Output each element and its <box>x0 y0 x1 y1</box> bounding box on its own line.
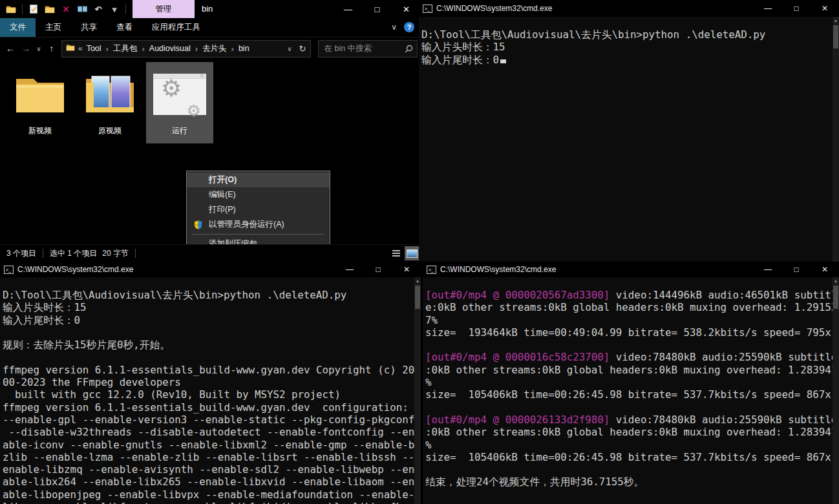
file-item-原视频[interactable]: 原视频 <box>76 62 143 143</box>
back-icon[interactable]: ← <box>3 43 17 54</box>
terminal-text: able-iconv --enable-gnutls --enable-libx… <box>3 439 414 451</box>
thumbnail-view-icon[interactable] <box>405 246 419 260</box>
breadcrumb-item[interactable]: 去片头 <box>202 43 227 54</box>
terminal-line: :0kB other streams:0kB global headers:0k… <box>425 364 839 376</box>
terminal-line: :0kB other streams:0kB global headers:0k… <box>425 426 839 438</box>
search-icon[interactable] <box>405 44 413 56</box>
terminal-line <box>425 401 839 414</box>
cmd-title: C:\WINDOWS\system32\cmd.exe <box>440 265 556 274</box>
scrollbar-thumb[interactable] <box>415 286 420 309</box>
terminal-text: able-libopenjpeg --enable-libvpx --enabl… <box>3 488 414 501</box>
menu-item-label: 编辑(E) <box>209 189 236 200</box>
cmd-window-top-right: >_ C:\WINDOWS\system32\cmd.exe —□✕ D:\To… <box>419 0 839 262</box>
help-icon[interactable]: ? <box>404 22 414 32</box>
maximize-button[interactable]: □ <box>782 0 811 17</box>
cmd-title: C:\WINDOWS\system32\cmd.exe <box>17 265 133 274</box>
terminal-line: --disable-w32threads --disable-autodetec… <box>3 426 421 438</box>
recent-locations-icon[interactable]: ∨ <box>34 45 43 52</box>
search-box[interactable] <box>318 40 418 58</box>
address-bar: ← → ∨ ↑ « Tool›工具包›Audiovisual›去片头›bin ∨… <box>0 37 421 59</box>
terminal-line: --enable-gpl --enable-version3 --enable-… <box>3 414 421 426</box>
minimize-button[interactable]: — <box>334 0 363 18</box>
terminal-text: size= 105406kB time=00:26:45.98 bitrate=… <box>425 451 831 463</box>
terminal-output[interactable]: D:\Tool\工具包\Audiovisual\去片头\bin>python .… <box>419 17 839 66</box>
scroll-up-icon[interactable]: ▲ <box>414 277 421 284</box>
selection-count: 选中 1 个项目 <box>50 248 97 259</box>
terminal-output[interactable]: D:\Tool\工具包\Audiovisual\去片头\bin>python .… <box>0 277 421 504</box>
terminal-line: 7% <box>425 314 839 326</box>
app-window-icon: ⠿⚙⚙ <box>153 74 206 115</box>
ribbon-tab-主页[interactable]: 主页 <box>36 18 71 37</box>
ribbon-tab-文件[interactable]: 文件 <box>0 18 36 37</box>
breadcrumb-item[interactable]: Tool <box>87 44 101 53</box>
breadcrumb-item[interactable]: 工具包 <box>113 43 138 54</box>
breadcrumb-item[interactable]: bin <box>239 44 250 53</box>
maximize-button[interactable]: □ <box>363 0 392 18</box>
refresh-icon[interactable]: ↻ <box>299 44 306 54</box>
terminal-text: % <box>425 376 432 388</box>
terminal-output[interactable]: [out#0/mp4 @ 0000020567ad3300] video:144… <box>423 277 839 488</box>
terminal-line: ffmpeg version 6.1.1-essentials_build-ww… <box>3 364 421 376</box>
terminal-line: able-libx264 --enable-libx265 --enable-l… <box>3 476 421 488</box>
scroll-up-icon[interactable]: ▲ <box>833 277 839 284</box>
properties-icon[interactable] <box>28 4 39 14</box>
maximize-button[interactable]: □ <box>364 262 392 277</box>
undo-icon[interactable]: ↶ <box>93 4 103 14</box>
terminal-line: enable-libzmq --enable-avisynth --enable… <box>3 463 421 476</box>
terminal-highlight-text: [out#0/mp4 @ 0000016c58c23700] <box>425 351 610 363</box>
scrollbar-thumb[interactable] <box>833 286 838 309</box>
file-item-运行[interactable]: ⠿⚙⚙运行 <box>146 62 213 143</box>
terminal-text: e:0kB other streams:0kB global headers:0… <box>425 301 837 313</box>
minimize-button[interactable]: — <box>335 262 364 277</box>
search-input[interactable] <box>319 44 417 53</box>
minimize-button[interactable]: — <box>754 0 782 17</box>
file-list-area: 新视频原视频⠿⚙⚙运行 打开(O)编辑(E)打印(P)以管理员身份运行(A)添加… <box>0 59 421 246</box>
cmd-icon: >_ <box>423 5 432 13</box>
terminal-line <box>425 463 839 476</box>
minimize-button[interactable]: — <box>754 262 782 277</box>
ribbon-tab-应用程序工具[interactable]: 应用程序工具 <box>142 18 210 37</box>
folder-icon <box>14 74 66 118</box>
ribbon-manage-tab[interactable]: 管理 <box>133 0 195 18</box>
address-dropdown-icon[interactable]: ∨ <box>287 45 292 52</box>
rename-icon[interactable] <box>77 4 87 14</box>
terminal-text: 输入片尾时长：0 <box>421 54 499 66</box>
terminal-line: % <box>425 376 839 388</box>
ribbon-collapse-icon[interactable]: ∨ <box>391 23 397 32</box>
menu-item-打印(P)[interactable]: 打印(P) <box>187 202 330 217</box>
address-field[interactable]: « Tool›工具包›Audiovisual›去片头›bin ∨ ↻ <box>61 40 312 58</box>
terminal-line: 规则：去除片头15秒片尾0秒,开始。 <box>3 339 421 351</box>
up-icon[interactable]: ↑ <box>45 43 59 54</box>
qat-dropdown-icon[interactable]: ▾ <box>109 4 120 14</box>
ribbon-tabs: 文件主页共享查看应用程序工具 ∨ ? <box>0 18 421 37</box>
menu-item-以管理员身份运行(A)[interactable]: 以管理员身份运行(A) <box>187 217 330 232</box>
breadcrumb-separator-icon: › <box>142 44 144 54</box>
terminal-line <box>3 326 421 339</box>
scrollbar[interactable]: ▲ <box>414 277 421 504</box>
ribbon-tab-共享[interactable]: 共享 <box>71 18 107 37</box>
scroll-up-icon[interactable]: ▲ <box>833 17 839 24</box>
explorer-window-icon[interactable] <box>6 4 16 14</box>
menu-item-编辑(E)[interactable]: 编辑(E) <box>187 187 330 202</box>
close-button[interactable]: ✕ <box>392 262 421 277</box>
file-item-新视频[interactable]: 新视频 <box>6 62 74 143</box>
forward-icon[interactable]: → <box>19 43 33 54</box>
scrollbar[interactable]: ▲ <box>833 17 839 262</box>
menu-item-打开(O)[interactable]: 打开(O) <box>187 173 330 187</box>
terminal-text: 规则：去除片头15秒片尾0秒,开始。 <box>3 339 170 351</box>
close-button[interactable]: ✕ <box>811 262 839 277</box>
scrollbar[interactable]: ▲ <box>833 277 839 504</box>
scrollbar-thumb[interactable] <box>833 25 838 48</box>
folder-icon <box>84 74 136 118</box>
desktop: ✕↶▾ 管理 bin —□✕ 文件主页共享查看应用程序工具 ∨ ? ← → ∨ … <box>0 0 839 504</box>
ribbon-tab-查看[interactable]: 查看 <box>107 18 142 37</box>
window-controls: —□✕ <box>754 0 839 17</box>
delete-icon[interactable]: ✕ <box>61 4 71 14</box>
close-button[interactable]: ✕ <box>811 0 839 17</box>
details-view-icon[interactable] <box>389 246 403 260</box>
close-button[interactable]: ✕ <box>392 0 421 18</box>
new-folder-icon[interactable] <box>45 4 55 14</box>
breadcrumb-item[interactable]: Audiovisual <box>149 44 191 53</box>
terminal-line: able-iconv --enable-gnutls --enable-libx… <box>3 439 421 451</box>
maximize-button[interactable]: □ <box>782 262 811 277</box>
